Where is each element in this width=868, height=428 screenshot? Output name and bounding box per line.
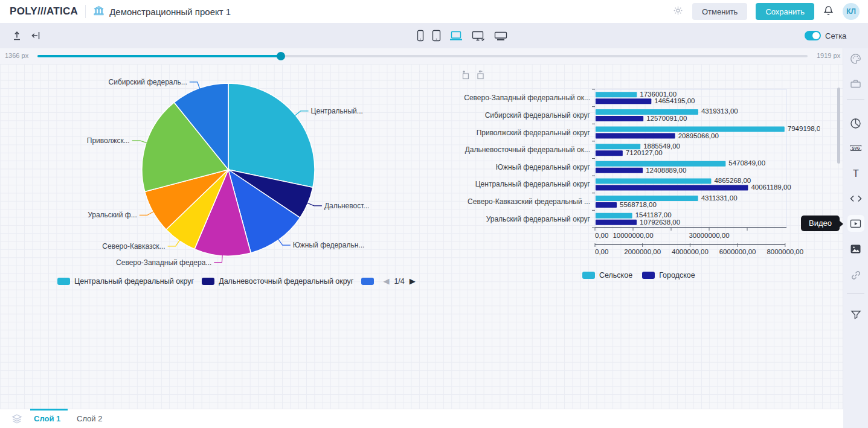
layer-tab-1[interactable]: Слой 1 xyxy=(34,409,60,428)
chart-pie-icon[interactable] xyxy=(849,117,863,130)
page-title: Демонстрационный проект 1 xyxy=(109,7,231,17)
bar-value-label: 40061189,00 xyxy=(751,184,791,191)
bar-urban[interactable] xyxy=(596,185,748,190)
widget-scrollbar[interactable] xyxy=(837,88,840,164)
header: POLY///ATICA Демонстрационный проект 1 О… xyxy=(0,0,868,23)
bar-rural[interactable] xyxy=(596,213,632,219)
bar-chart[interactable]: Северо-Западный федеральный ок...1736001… xyxy=(456,68,820,257)
svg-icon[interactable]: SVG xyxy=(849,141,863,155)
bar-urban[interactable] xyxy=(596,150,623,156)
bar-urban[interactable] xyxy=(596,133,675,139)
legend-pager: ◀ 1/4 ▶ xyxy=(383,276,415,286)
device-laptop-icon[interactable] xyxy=(449,30,463,42)
app-logo: POLY///ATICA xyxy=(10,5,78,18)
legend-item[interactable] xyxy=(361,278,374,285)
app-window: POLY///ATICA Демонстрационный проект 1 О… xyxy=(0,0,868,428)
device-monitor-check-icon[interactable] xyxy=(471,30,486,42)
bar-rural[interactable] xyxy=(596,161,725,167)
settings-gear-icon[interactable] xyxy=(672,5,684,19)
pie-callout-line xyxy=(306,202,322,205)
axis-bottom-tick-label: 8000000,00 xyxy=(767,248,803,255)
link-icon[interactable] xyxy=(849,269,863,282)
pie-callout-label: Северо-Западный федера... xyxy=(116,258,211,267)
text-icon[interactable]: T xyxy=(849,167,863,180)
legend-next-icon[interactable]: ▶ xyxy=(410,276,416,286)
bar-urban[interactable] xyxy=(596,98,651,104)
bar-urban[interactable] xyxy=(596,168,643,173)
export-icon[interactable] xyxy=(11,30,23,42)
bar-urban[interactable] xyxy=(596,220,637,225)
toggle-knob xyxy=(812,32,820,39)
legend-item[interactable]: Дальневосточный федеральный округ xyxy=(202,277,353,286)
bar-rural[interactable] xyxy=(596,178,711,184)
bar-rural[interactable] xyxy=(596,92,637,97)
legend-swatch xyxy=(57,278,70,285)
legend-item[interactable]: Сельское xyxy=(582,271,632,279)
collapse-left-icon[interactable] xyxy=(30,30,42,42)
bar-rural[interactable] xyxy=(596,127,785,132)
dashboard-canvas[interactable]: Центральный...Дальневост...Южный федерал… xyxy=(0,64,843,409)
bar-rural[interactable] xyxy=(596,196,698,201)
axis-bottom-tick-label: 6000000,00 xyxy=(719,248,756,255)
slider-fill xyxy=(37,55,280,57)
bar-value-label: 5568718,00 xyxy=(620,201,657,208)
bar-value-label: 1541187,00 xyxy=(635,211,672,219)
bar-rural[interactable] xyxy=(596,144,640,149)
legend-item[interactable]: Городское xyxy=(642,271,695,279)
sidebar-divider xyxy=(847,293,864,294)
bar-legend: СельскоеГородское xyxy=(582,271,695,279)
layer-tab-2[interactable]: Слой 2 xyxy=(77,409,102,428)
save-button[interactable]: Сохранить xyxy=(756,3,814,20)
avatar[interactable]: КЛ xyxy=(843,3,860,20)
sidebar-divider xyxy=(847,99,864,100)
width-slider[interactable] xyxy=(37,55,808,57)
axis-bottom-tick-label: 2000000,00 xyxy=(624,248,661,255)
bar-category-label: Южный федеральный округ xyxy=(496,163,591,171)
bar-urban[interactable] xyxy=(596,202,617,208)
pie-callout-label: Дальневост... xyxy=(324,202,369,210)
palette-icon[interactable] xyxy=(849,52,863,65)
bar-chart-widget[interactable]: Северо-Западный федеральный ок...1736001… xyxy=(456,68,820,276)
code-icon[interactable] xyxy=(849,192,863,205)
legend-swatch xyxy=(361,278,374,285)
slider-thumb[interactable] xyxy=(277,52,285,60)
axis-bottom-tick-label: 0,00 xyxy=(595,248,608,255)
device-phone-icon[interactable] xyxy=(417,30,424,42)
notifications-bell-icon[interactable] xyxy=(823,5,834,19)
pie-chart[interactable]: Центральный...Дальневост...Южный федерал… xyxy=(57,65,399,273)
pie-slice[interactable] xyxy=(228,83,315,187)
legend-swatch xyxy=(642,272,655,279)
layers-bar: Слой 1 Слой 2 xyxy=(0,409,843,428)
bar-value-label: 7949198,00 xyxy=(788,125,820,132)
bar-value-label: 4865268,00 xyxy=(714,177,751,184)
header-divider xyxy=(85,5,86,18)
bar-urban[interactable] xyxy=(596,116,643,121)
bar-category-label: Северо-Западный федеральный ок... xyxy=(464,94,590,102)
device-tablet-icon[interactable] xyxy=(432,30,441,42)
layers-icon[interactable] xyxy=(11,413,23,427)
toolbar: Сетка xyxy=(0,23,868,48)
bar-value-label: 1736001,00 xyxy=(640,91,677,98)
video-icon[interactable] xyxy=(847,215,864,232)
bar-rural[interactable] xyxy=(596,109,698,115)
legend-prev-icon[interactable]: ◀ xyxy=(383,276,389,286)
bar-category-label: Уральский федеральный округ xyxy=(486,215,591,223)
legend-page-indicator: 1/4 xyxy=(394,277,404,286)
widgets-tray-icon[interactable] xyxy=(849,77,863,90)
bar-category-label: Приволжский федеральный округ xyxy=(477,129,591,137)
axis-top-tick-label: 30000000,00 xyxy=(689,232,729,239)
legend-item[interactable]: Центральный федеральный округ xyxy=(57,277,194,286)
pie-callout-label: Уральский ф... xyxy=(88,211,137,219)
image-icon[interactable] xyxy=(849,242,863,255)
legend-label: Дальневосточный федеральный округ xyxy=(219,277,353,286)
bar-value-label: 4311331,00 xyxy=(701,194,738,202)
axis-bottom-tick-label: 4000000,00 xyxy=(672,248,709,255)
legend-label: Городское xyxy=(659,271,695,279)
device-monitor-icon[interactable] xyxy=(493,30,508,42)
cancel-button[interactable]: Отменить xyxy=(692,3,747,20)
legend-label: Сельское xyxy=(599,271,632,279)
filter-icon[interactable] xyxy=(849,308,863,321)
pie-callout-label: Приволжск... xyxy=(87,136,130,145)
grid-toggle[interactable] xyxy=(805,31,821,40)
bar-value-label: 12570091,00 xyxy=(646,115,687,122)
